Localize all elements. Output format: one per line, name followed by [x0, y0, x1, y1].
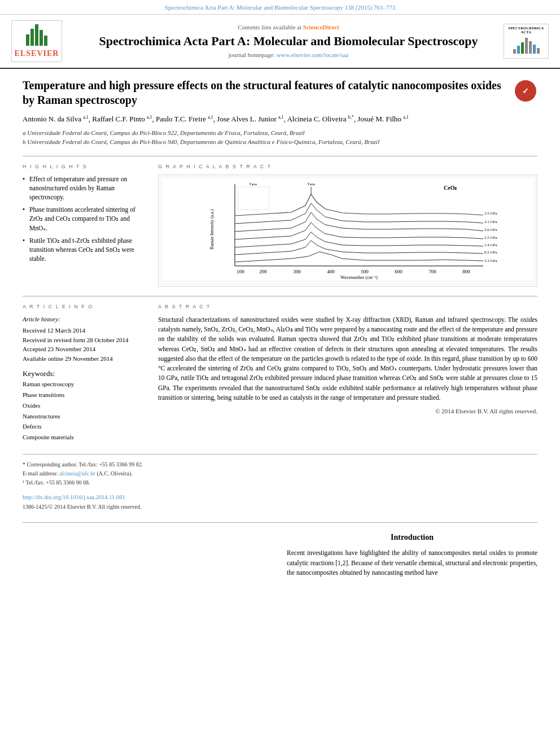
- svg-text:CeO₂: CeO₂: [444, 185, 457, 191]
- highlight-item-2: Phase transitions accelerated sintering …: [23, 205, 147, 232]
- graphical-abstract-box: 800 700 600 500 400 300 200 100 Wavenumb…: [158, 174, 537, 287]
- journal-homepage: journal homepage: www.elsevier.com/locat…: [73, 51, 504, 59]
- graphical-abstract-col: G R A P H I C A L A B S T R A C T 800 70…: [158, 163, 537, 287]
- received-date: Received 12 March 2014: [23, 326, 147, 335]
- keyword-2: Phase transitions: [23, 390, 147, 400]
- graphical-abstract-label: G R A P H I C A L A B S T R A C T: [158, 163, 537, 171]
- email-link[interactable]: alcineia@ufc.br: [59, 470, 95, 477]
- info-abstract-section: A R T I C L E I N F O Article history: R…: [23, 296, 537, 442]
- svg-text:2.5 GPa: 2.5 GPa: [484, 235, 497, 240]
- footnote1: ¹ Tel./fax: +55 85 3366 90 08.: [23, 478, 537, 487]
- svg-text:Wavenumber (cm⁻¹): Wavenumber (cm⁻¹): [340, 275, 378, 280]
- highlights-list: Effect of temperature and pressure on na…: [23, 174, 147, 263]
- crossmark-badge: ✓: [515, 80, 537, 103]
- highlights-col: H I G H L I G H T S Effect of temperatur…: [23, 163, 147, 287]
- available-date: Available online 29 November 2014: [23, 354, 147, 364]
- svg-text:✓: ✓: [522, 87, 529, 95]
- journal-logo-right: SPECTROCHIMICA ACTA: [504, 24, 549, 59]
- introduction-title: Introduction: [287, 532, 537, 543]
- issn-line: 1386-1425/© 2014 Elsevier B.V. All right…: [23, 503, 537, 511]
- article-history: Article history: Received 12 March 2014 …: [23, 315, 147, 363]
- top-banner: Spectrochimica Acta Part A: Molecular an…: [0, 0, 560, 15]
- svg-text:500: 500: [361, 269, 369, 274]
- article-info-col: A R T I C L E I N F O Article history: R…: [23, 303, 147, 442]
- keyword-5: Defects: [23, 421, 147, 432]
- abstract-text: Structural characterizations of nanostru…: [158, 315, 537, 403]
- keyword-3: Oxides: [23, 400, 147, 411]
- svg-text:0.5 GPa: 0.5 GPa: [484, 250, 497, 255]
- journal-main-title: Spectrochimica Acta Part A: Molecular an…: [73, 34, 504, 49]
- svg-text:T₄₆₄: T₄₆₄: [307, 182, 314, 186]
- corresponding-note: * Corresponding author. Tel./fax: +55 85…: [23, 460, 537, 469]
- abstract-col: A B S T R A C T Structural characterizat…: [158, 303, 537, 442]
- svg-text:3.5 GPa: 3.5 GPa: [484, 211, 497, 216]
- keywords-label: Keywords:: [23, 369, 147, 379]
- svg-text:300: 300: [293, 269, 301, 274]
- elsevier-wordmark: ELSEVIER: [14, 48, 59, 59]
- introduction-section: Introduction Recent investigations have …: [23, 522, 537, 578]
- svg-text:800: 800: [462, 269, 470, 274]
- svg-text:200: 200: [259, 269, 267, 274]
- main-content: ✓ Temperature and high pressure effects …: [0, 69, 560, 587]
- journal-header: ELSEVIER Contents lists available at Sci…: [0, 15, 560, 69]
- svg-text:1.4 GPa: 1.4 GPa: [484, 243, 497, 247]
- affiliation-b: b Universidade Federal do Ceará, Campus …: [23, 137, 537, 147]
- authors-line: Antonio N. da Silva a,1, Raffael C.F. Pi…: [23, 114, 537, 125]
- introduction-text: Recent investigations have highlighted t…: [287, 548, 537, 578]
- homepage-link[interactable]: www.elsevier.com/locate/saa: [277, 51, 349, 58]
- doi-link[interactable]: http://dx.doi.org/10.1016/j.saa.2014.11.…: [23, 494, 125, 500]
- keyword-4: Nanostructures: [23, 411, 147, 422]
- footnotes: * Corresponding author. Tel./fax: +55 85…: [23, 460, 537, 487]
- svg-text:100: 100: [237, 269, 244, 274]
- history-label: Article history:: [23, 315, 147, 324]
- banner-text: Spectrochimica Acta Part A: Molecular an…: [165, 4, 396, 11]
- svg-rect-24: [238, 187, 269, 209]
- keyword-1: Raman spectroscopy: [23, 379, 147, 390]
- elsevier-logo: ELSEVIER: [11, 20, 62, 62]
- keyword-6: Composite materials: [23, 432, 147, 443]
- svg-text:400: 400: [327, 269, 335, 274]
- svg-text:700: 700: [428, 269, 436, 274]
- article-info-label: A R T I C L E I N F O: [23, 303, 147, 311]
- sciencedirect-link[interactable]: ScienceDirect: [303, 24, 339, 30]
- svg-text:600: 600: [395, 269, 403, 274]
- abstract-label: A B S T R A C T: [158, 303, 537, 311]
- spectrum-chart: 800 700 600 500 400 300 200 100 Wavenumb…: [162, 178, 533, 280]
- footer-section: * Corresponding author. Tel./fax: +55 85…: [23, 454, 537, 511]
- highlight-item-3: Rutile TiO₂ and t-ZrO₂ exhibited phase t…: [23, 236, 147, 263]
- affiliations: a Universidade Federal do Ceará, Campus …: [23, 128, 537, 147]
- accepted-date: Accepted 23 November 2014: [23, 344, 147, 354]
- highlights-graphical-section: H I G H L I G H T S Effect of temperatur…: [23, 156, 537, 287]
- journal-title-center: Contents lists available at ScienceDirec…: [73, 23, 504, 60]
- contents-line: Contents lists available at ScienceDirec…: [73, 23, 504, 32]
- highlights-label: H I G H L I G H T S: [23, 163, 147, 171]
- email-note: E-mail address: alcineia@ufc.br (A.C. Ol…: [23, 469, 537, 478]
- svg-text:T₄₆₄: T₄₆₄: [249, 182, 256, 186]
- keywords-section: Keywords: Raman spectroscopy Phase trans…: [23, 369, 147, 442]
- affiliation-a: a Universidade Federal do Ceará, Campus …: [23, 128, 537, 138]
- svg-text:5.3 GPa: 5.3 GPa: [484, 259, 497, 263]
- svg-text:3.1 GPa: 3.1 GPa: [484, 220, 497, 224]
- revised-date: Received in revised form 28 October 2014: [23, 335, 147, 345]
- highlight-item-1: Effect of temperature and pressure on na…: [23, 174, 147, 202]
- copyright-line: © 2014 Elsevier B.V. All rights reserved…: [158, 407, 537, 416]
- svg-text:Raman Intensity (a.u.): Raman Intensity (a.u.): [209, 209, 215, 250]
- svg-text:2.6 GPa: 2.6 GPa: [484, 228, 497, 232]
- article-title: Temperature and high pressure effects on…: [23, 78, 537, 107]
